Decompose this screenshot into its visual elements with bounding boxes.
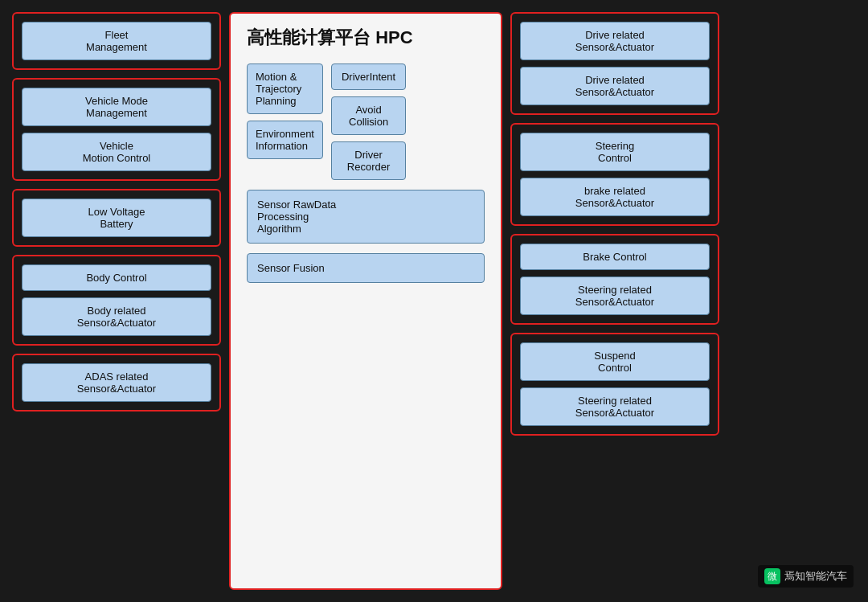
drive-sensor-2-block: Drive relatedSensor&Actuator xyxy=(520,67,710,105)
brake-control-box: Brake Control Steering relatedSensor&Act… xyxy=(510,234,719,325)
hpc-center: 高性能计算平台 HPC Motion &TrajectoryPlanning E… xyxy=(229,12,502,590)
hpc-title-bold: HPC xyxy=(375,27,412,47)
motion-trajectory-planning-block: Motion &TrajectoryPlanning xyxy=(247,63,323,114)
vehicle-mode-management-block: Vehicle ModeManagement xyxy=(22,88,211,126)
steering-control-block: SteeringControl xyxy=(520,133,710,171)
vehicle-mode-box: Vehicle ModeManagement VehicleMotion Con… xyxy=(12,78,221,181)
battery-box: Low VoltageBattery xyxy=(12,189,221,247)
fleet-box: FleetManagement xyxy=(12,12,221,70)
hpc-row1-right: DriverIntent AvoidCollision DriverRecord… xyxy=(331,63,406,180)
low-voltage-battery-block: Low VoltageBattery xyxy=(22,199,211,237)
wechat-icon: 微 xyxy=(764,568,780,584)
suspend-control-block: SuspendControl xyxy=(520,342,710,381)
hpc-title-text: 高性能计算平台 xyxy=(247,27,375,47)
environment-information-block: EnvironmentInformation xyxy=(247,121,323,159)
watermark-text: 焉知智能汽车 xyxy=(784,569,847,584)
steering-sensor-actuator-2-block: Steering relatedSensor&Actuator xyxy=(520,387,710,426)
hpc-title: 高性能计算平台 HPC xyxy=(247,26,485,50)
right-column: Drive relatedSensor&Actuator Drive relat… xyxy=(510,12,719,590)
left-column: FleetManagement Vehicle ModeManagement V… xyxy=(12,12,221,590)
drive-sensors-box: Drive relatedSensor&Actuator Drive relat… xyxy=(510,12,719,115)
hpc-row1-left: Motion &TrajectoryPlanning EnvironmentIn… xyxy=(247,63,323,159)
driver-recorder-block: DriverRecorder xyxy=(331,141,406,180)
steering-sensor-actuator-1-block: Steering relatedSensor&Actuator xyxy=(520,276,710,315)
driver-intent-block: DriverIntent xyxy=(331,63,406,90)
sensor-fusion-block: Sensor Fusion xyxy=(247,253,485,283)
suspend-control-box: SuspendControl Steering relatedSensor&Ac… xyxy=(510,333,719,436)
body-box: Body Control Body relatedSensor&Actuator xyxy=(12,255,221,346)
main-container: FleetManagement Vehicle ModeManagement V… xyxy=(0,0,868,602)
body-sensor-actuator-block: Body relatedSensor&Actuator xyxy=(22,297,211,336)
brake-sensor-actuator-block: brake relatedSensor&Actuator xyxy=(520,178,710,216)
adas-sensor-actuator-block: ADAS relatedSensor&Actuator xyxy=(22,363,211,402)
sensor-rawdata-block: Sensor RawDataProcessingAlgorithm xyxy=(247,190,485,244)
body-control-block: Body Control xyxy=(22,264,211,291)
vehicle-motion-control-block: VehicleMotion Control xyxy=(22,133,211,171)
watermark: 微 焉知智能汽车 xyxy=(758,565,854,588)
drive-sensor-1-block: Drive relatedSensor&Actuator xyxy=(520,22,710,60)
hpc-row1: Motion &TrajectoryPlanning EnvironmentIn… xyxy=(247,63,485,180)
brake-control-block: Brake Control xyxy=(520,244,710,270)
adas-box: ADAS relatedSensor&Actuator xyxy=(12,354,221,412)
avoid-collision-block: AvoidCollision xyxy=(331,96,406,135)
steering-brake-box: SteeringControl brake relatedSensor&Actu… xyxy=(510,123,719,226)
fleet-management-block: FleetManagement xyxy=(22,22,211,60)
